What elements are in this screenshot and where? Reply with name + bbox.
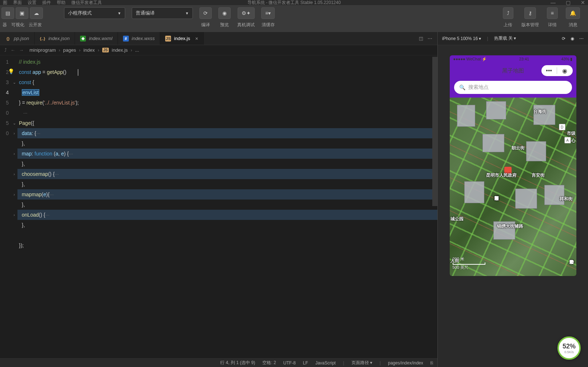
compile-button[interactable]: ⟳ (199, 7, 212, 19)
statusbar: 行 4, 列 1 (选中 9) 空格: 2 UTF-8 LF JavaScrip… (0, 358, 437, 367)
tool-label: 真机调试 (237, 22, 255, 28)
tab-app-json[interactable]: {} pp.json (0, 32, 35, 45)
nav-fwd-icon[interactable]: → (19, 47, 24, 53)
map-label: 锦绣大街辅路 (497, 223, 523, 229)
tool-label: 器 (3, 22, 7, 28)
status-lang[interactable]: JavaScript (315, 360, 336, 366)
search-icon: 🔍 (459, 84, 465, 90)
copy-icon[interactable]: ⎘ (430, 360, 433, 366)
menu-item[interactable]: 设置 (28, 0, 36, 6)
tab-index-json[interactable]: {..} index.json (35, 32, 75, 45)
more-icon[interactable]: ⋯ (428, 36, 432, 41)
lightbulb-icon[interactable]: 💡 (8, 66, 14, 76)
tool-label: 预览 (220, 22, 229, 28)
search-bar-container: 🔍 搜索地点 (450, 79, 576, 98)
preview-button[interactable]: ◉ (218, 7, 231, 19)
tab-index-wxml[interactable]: ◈ index.wxml (75, 32, 118, 45)
performance-badge[interactable]: 52% 0.5K/s (557, 336, 581, 360)
status-linecol[interactable]: 行 4, 列 1 (选中 9) (220, 360, 255, 366)
code-content[interactable]: 💡 // index.js const app = getApp() const… (17, 55, 437, 358)
refresh-icon[interactable]: ⟳ (562, 36, 565, 41)
code-editor[interactable]: 12345 050 ⌄ ⌄ › › › › › 💡 // index.js co… (0, 55, 437, 358)
status-route[interactable]: 页面路径 ▾ (351, 360, 372, 366)
menu-item[interactable]: 帮助 (57, 0, 65, 6)
status-eol[interactable]: LF (303, 360, 308, 366)
simulator-area: iPhone 5 100% 16 ▾ | 热重载 关 ▾ ⟳ ◉ ⋯ ●●●●●… (437, 32, 588, 367)
map-label: 城公园 (450, 216, 464, 222)
menu-item[interactable]: 图 (3, 0, 7, 6)
cloud-btn[interactable]: ☁ (30, 7, 43, 19)
menu-item[interactable]: 微信开发者工具 (71, 0, 102, 6)
crumb[interactable]: pages (63, 47, 76, 53)
nav-back-icon[interactable]: ← (11, 47, 15, 53)
fold-icon[interactable]: ⌄ (11, 77, 17, 87)
mode-dropdown[interactable]: 小程序模式▼ (64, 7, 125, 19)
tab-index-wxss[interactable]: # index.wxss (118, 32, 160, 45)
stop-icon[interactable]: ◉ (571, 36, 574, 41)
fold-icon[interactable]: › (11, 149, 17, 159)
chevron-down-icon: ▼ (118, 11, 121, 15)
search-input[interactable]: 🔍 搜索地点 (454, 81, 572, 94)
crumb[interactable]: miniprogram (29, 47, 56, 53)
fold-icon[interactable]: › (11, 169, 17, 179)
tool-label: 详情 (548, 22, 557, 28)
compile-dropdown[interactable]: 普通编译▼ (132, 7, 193, 19)
minimize-icon[interactable]: — (551, 0, 556, 5)
map-label: 祥和街 (560, 196, 573, 202)
fold-icon[interactable]: › (11, 189, 17, 200)
capsule-button[interactable]: ••• ◉ (541, 65, 573, 76)
simulator-toolbar: iPhone 5 100% 16 ▾ | 热重载 关 ▾ ⟳ ◉ ⋯ (438, 32, 588, 45)
wxml-icon: ◈ (80, 36, 86, 42)
capsule-menu-icon[interactable]: ••• (541, 67, 557, 74)
nav-up-icon[interactable]: ⤴ (4, 47, 7, 53)
hotreload-toggle[interactable]: 热重载 关 ▾ (494, 35, 516, 42)
map-view[interactable]: 昆明市人民政府 言安街 市级 中心 朝云街 台海街 祥和街 拓东路辅路 锦绣大街… (450, 98, 576, 276)
map-label: 朝云街 (512, 145, 525, 151)
detail-button[interactable]: ≡ (547, 7, 558, 19)
cache-button[interactable]: ≡▾ (261, 7, 275, 19)
map-badge: D (559, 124, 565, 130)
more-icon[interactable]: ⋯ (579, 36, 584, 41)
scrollbar-vertical[interactable] (432, 55, 437, 358)
menu-bar: 图 界面 设置 插件 帮助 微信开发者工具 (3, 0, 102, 6)
upload-button[interactable]: ⤴ (503, 7, 513, 19)
tool-label: 清缓存 (262, 22, 275, 28)
tab-index-js[interactable]: JS index.js × (160, 32, 203, 45)
status-spaces[interactable]: 空格: 2 (262, 360, 276, 366)
panel-btn-2[interactable]: ▣ (16, 7, 28, 19)
tool-label: 可视化 (11, 22, 24, 28)
debug-button[interactable]: ⚙✦ (238, 7, 255, 19)
panel-btn-1[interactable]: ▤ (1, 7, 14, 19)
fold-icon[interactable]: › (11, 128, 17, 138)
capsule-close-icon[interactable]: ◉ (557, 67, 573, 74)
phone-navbar: 黑子地图 ••• ◉ (450, 63, 576, 79)
message-button[interactable]: 🔔 (566, 7, 580, 19)
split-editor-icon[interactable]: ◫ (419, 36, 423, 41)
js-icon: JS (102, 48, 109, 52)
phone-simulator[interactable]: ●●●●● WeChat ⚡ 23:41 43% ▮ 黑子地图 ••• ◉ 🔍 … (450, 55, 576, 276)
map-label: 市级 (567, 130, 576, 137)
close-tab-icon[interactable]: × (195, 36, 198, 42)
crumb[interactable]: index.js (112, 47, 128, 53)
maximize-icon[interactable]: ▢ (566, 0, 571, 5)
close-icon[interactable]: ✕ (581, 0, 585, 5)
status-encoding[interactable]: UTF-8 (283, 360, 296, 366)
crumb[interactable]: index (83, 47, 95, 53)
fold-icon[interactable]: › (11, 210, 17, 220)
window-title: 导航系统 - 微信开发者工具 Stable 1.05.2201240 (247, 0, 341, 6)
version-button[interactable]: ⚷ (524, 7, 536, 19)
app-title: 黑子地图 (502, 67, 524, 74)
status-path[interactable]: pages/index/index (388, 360, 423, 366)
map-scale: 200 米 500 英尺 (453, 256, 485, 270)
map-label: 言安街 (532, 172, 545, 178)
titlebar: 图 界面 设置 插件 帮助 微信开发者工具 导航系统 - 微信开发者工具 Sta… (0, 0, 588, 5)
menu-item[interactable]: 界面 (13, 0, 22, 6)
tool-label: 版本管理 (521, 22, 539, 28)
fold-icon[interactable]: ⌄ (11, 118, 17, 128)
json-icon: {..} (40, 36, 45, 42)
crumb: ... (135, 47, 139, 53)
js-icon: JS (165, 36, 171, 42)
device-selector[interactable]: iPhone 5 100% 16 ▾ (442, 36, 481, 41)
json-icon: {} (5, 36, 11, 42)
menu-item[interactable]: 插件 (42, 0, 51, 6)
